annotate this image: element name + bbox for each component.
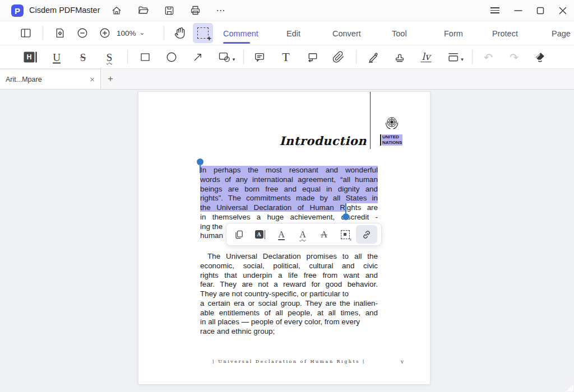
selection-toolbar: A A A A x [226, 223, 382, 246]
zoom-out-icon[interactable] [76, 27, 89, 39]
strikethrough-text-icon[interactable]: A [313, 225, 335, 244]
pdf-paragraph-2: The Universal Declaration promises to al… [200, 252, 378, 337]
selection-end-handle[interactable] [342, 203, 349, 220]
text-line: race and ethnic group; [200, 327, 378, 337]
tab-page[interactable]: Page [552, 21, 571, 45]
pdf-page-number: v [401, 359, 404, 365]
select-tool-icon[interactable]: + [193, 23, 213, 43]
text-field-icon[interactable]: ▾ [447, 50, 464, 63]
tab-convert[interactable]: Convert [332, 21, 361, 45]
sidebar-panel-icon[interactable] [20, 27, 32, 39]
underline-icon[interactable]: U [53, 52, 61, 62]
new-tab-icon[interactable]: + [104, 73, 117, 85]
text-icon[interactable]: T [282, 51, 289, 63]
eraser-icon[interactable] [534, 50, 547, 63]
pdf-heading: Introduction [279, 134, 367, 148]
text-line: the Universal Declaration of Human Right… [200, 203, 378, 213]
copy-icon[interactable] [228, 225, 249, 244]
selected-text-line[interactable]: beings are born free and equal in dignit… [200, 185, 378, 194]
annotation-toolbar: H U S S ▾ T lv ▾ ↶ ↷ [0, 45, 574, 69]
zoom-level-value: 100% [117, 29, 136, 38]
redo-icon: ↷ [510, 52, 519, 62]
text-line: rights that underpin a life free from wa… [200, 271, 378, 281]
title-bar: P Cisdem PDFMaster ⋯ [0, 0, 574, 21]
app-window: { "titlebar": { "app_title": "Cisdem PDF… [0, 0, 574, 392]
save-icon[interactable] [161, 2, 178, 19]
text-line: in all places — people of every color, f… [200, 318, 378, 327]
active-tab-underline [223, 42, 250, 44]
selected-text-line[interactable]: In perhaps the most resonant and wonderf… [200, 166, 378, 175]
app-logo-letter: P [15, 6, 20, 16]
document-tab-label: Arit...Mpare [6, 76, 90, 83]
rectangle-icon[interactable] [140, 51, 151, 63]
app-logo: P [11, 4, 24, 17]
squiggly-text-icon[interactable]: A [292, 225, 313, 244]
window-resize-grip[interactable] [566, 384, 573, 391]
pdf-page[interactable]: Introduction [138, 91, 430, 385]
zoom-in-icon[interactable] [99, 27, 111, 39]
app-title: Cisdem PDFMaster [29, 6, 100, 15]
circle-icon[interactable] [165, 51, 178, 63]
callout-icon[interactable] [306, 50, 319, 63]
print-icon[interactable] [187, 2, 203, 19]
home-icon[interactable] [108, 2, 125, 19]
link-icon[interactable] [356, 225, 377, 244]
document-tab-bar: Arit...Mpare × + [0, 69, 574, 90]
text-line: fear. They are not a reward for good beh… [200, 280, 378, 290]
text-line: able entitlements of all people, at all … [200, 309, 378, 318]
page-settings-icon[interactable] [54, 27, 66, 39]
shapes-icon[interactable]: ▾ [218, 50, 235, 64]
redact-icon[interactable]: x [335, 225, 356, 244]
tab-close-icon[interactable]: × [90, 74, 95, 84]
signature-icon[interactable]: lv [420, 52, 431, 63]
close-icon[interactable] [554, 2, 572, 20]
document-tab[interactable]: Arit...Mpare × [0, 69, 101, 89]
tab-comment[interactable]: Comment [223, 21, 258, 45]
un-emblem-icon [383, 115, 400, 132]
zoom-level-dropdown[interactable]: 100% ⌄ [117, 29, 145, 38]
maximize-icon[interactable] [531, 2, 549, 20]
selected-text-segment[interactable]: the Universal Declaration of Human R [200, 203, 345, 212]
text-cursor [380, 134, 381, 146]
pencil-icon[interactable] [367, 50, 380, 63]
note-icon[interactable] [253, 51, 266, 63]
text-line: They are not country-specific, or partic… [200, 290, 378, 299]
menu-icon[interactable] [486, 2, 504, 20]
arrow-icon[interactable] [192, 51, 204, 63]
more-icon[interactable]: ⋯ [212, 2, 229, 19]
view-toolbar: 100% ⌄ + Comment Edit Convert Tool Form … [0, 21, 574, 45]
selected-text-line[interactable]: words of any international agreement, “a… [200, 175, 378, 185]
stamp-icon[interactable] [394, 51, 406, 63]
squiggly-icon[interactable]: S [107, 52, 113, 62]
heading-divider [370, 92, 371, 149]
open-folder-icon[interactable] [135, 2, 151, 19]
text-line: a certain era or social group. They are … [200, 299, 378, 309]
text-line: The Universal Declaration promises to al… [200, 252, 378, 262]
undo-icon: ↶ [484, 52, 493, 62]
attachment-icon[interactable] [332, 51, 345, 63]
selected-text-line[interactable]: rights”. The commitments made by all Sta… [200, 194, 378, 203]
tab-edit[interactable]: Edit [286, 21, 300, 45]
highlight-text-icon[interactable]: A [249, 225, 271, 244]
underline-text-icon[interactable]: A [271, 225, 292, 244]
text-line: economic, social, political, cultural an… [200, 262, 378, 271]
minimize-icon[interactable] [509, 2, 527, 20]
tab-protect[interactable]: Protect [492, 21, 518, 45]
document-canvas[interactable]: Introduction [0, 90, 574, 392]
chevron-down-icon: ⌄ [140, 29, 145, 36]
strikethrough-icon[interactable]: S [80, 52, 86, 62]
tab-tool[interactable]: Tool [392, 21, 407, 45]
pdf-footer: | Universal Declaration of Human Rights … [200, 359, 378, 364]
text-line: in themselves a huge achievement, discre… [200, 213, 378, 222]
hand-tool-icon[interactable] [174, 27, 187, 40]
tab-form[interactable]: Form [444, 21, 463, 45]
un-caption: UNITED NATIONS [380, 134, 402, 146]
highlight-icon[interactable]: H [24, 52, 37, 62]
